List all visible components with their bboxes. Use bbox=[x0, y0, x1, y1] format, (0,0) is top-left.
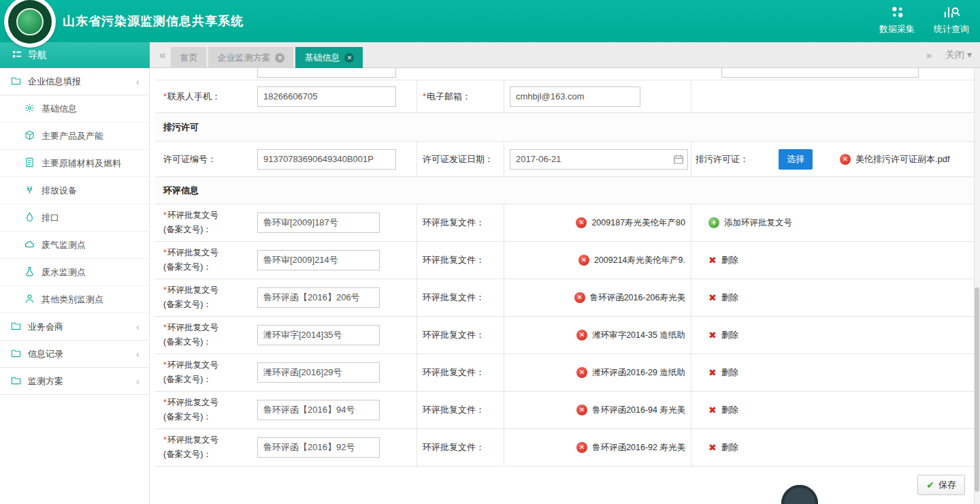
eia-row: *环评批复文号 (备案文号)： 环评批复文件： ✕ 2009214寿光美伦年产9… bbox=[155, 242, 975, 279]
eia-doc-input[interactable] bbox=[257, 362, 380, 383]
eia-file-cell: ✕ 2009214寿光美伦年产9. bbox=[504, 242, 691, 279]
eia-row: *环评批复文号 (备案文号)： 环评批复文件： ✕ 潍环评函2016-29 造纸… bbox=[155, 354, 975, 392]
remove-file-icon[interactable]: ✕ bbox=[578, 255, 589, 266]
email-label: *电子邮箱： bbox=[423, 91, 471, 103]
delete-icon[interactable]: ✖ bbox=[708, 292, 717, 303]
permit-file-name: 美伦排污许可证副本.pdf bbox=[855, 153, 950, 166]
delete-link[interactable]: 删除 bbox=[721, 255, 738, 266]
app-title: 山东省污染源监测信息共享系统 bbox=[63, 0, 244, 42]
remove-file-icon[interactable]: ✕ bbox=[574, 292, 585, 303]
sidebar-nav: 企业信息填报 ‹ 基础信息 主要产品及产能 主要原辅材料及燃料 排放设备 排口 … bbox=[0, 68, 150, 504]
delete-link[interactable]: 删除 bbox=[721, 292, 738, 304]
sidebar-item-gas-monitoring[interactable]: 废气监测点 bbox=[0, 232, 149, 259]
data-collection-button[interactable]: 数据采集 bbox=[879, 5, 915, 35]
delete-icon[interactable]: ✖ bbox=[708, 405, 717, 415]
calendar-icon[interactable] bbox=[673, 154, 684, 165]
scrollbar-thumb[interactable] bbox=[975, 287, 979, 492]
remove-file-icon[interactable]: ✕ bbox=[576, 405, 587, 415]
email-input[interactable] bbox=[510, 86, 640, 107]
delete-link[interactable]: 删除 bbox=[721, 367, 738, 379]
sidebar-item-outlet[interactable]: 排口 bbox=[0, 204, 149, 232]
sidebar-item-label: 其他类别监测点 bbox=[42, 294, 103, 306]
sidebar-item-other-monitoring[interactable]: 其他类别监测点 bbox=[0, 286, 149, 313]
stats-query-button[interactable]: 统计查询 bbox=[934, 5, 969, 35]
eia-file-label: 环评批复文件： bbox=[423, 254, 485, 266]
delete-icon[interactable]: ✖ bbox=[708, 367, 717, 378]
remove-file-icon[interactable]: ✕ bbox=[576, 330, 587, 341]
save-row: ✔ 保存 bbox=[155, 467, 975, 504]
sidebar-item-label: 排放设备 bbox=[42, 185, 77, 197]
tabs-scroll-left-icon[interactable]: « bbox=[159, 48, 165, 62]
contact-row: *联系人手机： *电子邮箱： bbox=[155, 80, 975, 113]
phone-cell: *联系人手机： bbox=[155, 80, 416, 112]
tabs-scroll-right-icon[interactable]: » bbox=[926, 50, 932, 61]
sidebar-item-water-monitoring[interactable]: 废水监测点 bbox=[0, 259, 149, 286]
chevron-icon: ‹ bbox=[136, 76, 140, 87]
top-header: 山东省污染源监测信息共享系统 数据采集 统计查询 bbox=[0, 0, 980, 42]
select-file-button[interactable]: 选择 bbox=[779, 149, 813, 170]
eia-doc-input[interactable] bbox=[257, 437, 380, 458]
eia-doc-input[interactable] bbox=[257, 287, 380, 308]
eia-file-label-cell: 环评批复文件： bbox=[416, 204, 504, 241]
eia-doc-input[interactable] bbox=[257, 212, 380, 233]
eia-doc-label: *环评批复文号 (备案文号)： bbox=[163, 433, 257, 461]
remove-file-icon[interactable]: ✕ bbox=[576, 367, 587, 378]
issue-date-label: 许可证发证日期： bbox=[423, 153, 493, 166]
add-eia-link[interactable]: 添加环评批复文号 bbox=[724, 217, 792, 229]
eia-file-cell: ✕ 潍环评函2016-29 造纸助 bbox=[504, 354, 691, 391]
eia-action-cell: ✖ 删除 bbox=[691, 354, 975, 391]
sidebar-item-products[interactable]: 主要产品及产能 bbox=[0, 123, 149, 150]
sidebar-item-emission-equipment[interactable]: 排放设备 bbox=[0, 177, 149, 204]
save-button-label: 保存 bbox=[938, 479, 956, 491]
sidebar-item-raw-materials[interactable]: 主要原辅材料及燃料 bbox=[0, 150, 149, 177]
close-tabs-dropdown[interactable]: 关闭 ▾ bbox=[945, 49, 972, 61]
eia-file-cell: ✕ 鲁环评函2016-94 寿光美 bbox=[504, 392, 691, 428]
license-input[interactable] bbox=[257, 149, 396, 170]
tab-basic-info[interactable]: 基础信息 ✕ bbox=[295, 47, 363, 68]
delete-link[interactable]: 删除 bbox=[721, 442, 738, 454]
permit-section-title: 排污许可 bbox=[155, 113, 975, 142]
cropped-input[interactable] bbox=[721, 68, 919, 78]
eia-action-cell: + 添加环评批复文号 bbox=[691, 204, 975, 241]
sidebar-group-monitoring-plan[interactable]: 监测方案 ‹ bbox=[0, 368, 149, 395]
remove-file-icon[interactable]: ✕ bbox=[840, 154, 851, 165]
sidebar-group-enterprise-info[interactable]: 企业信息填报 ‹ bbox=[0, 68, 149, 95]
eia-action-cell: ✖ 删除 bbox=[691, 279, 975, 316]
chevron-icon: ‹ bbox=[136, 348, 140, 360]
eia-doc-input[interactable] bbox=[257, 400, 380, 420]
eia-file-label: 环评批复文件： bbox=[423, 366, 485, 379]
license-label: 许可证编号： bbox=[163, 153, 257, 166]
sidebar-item-basic-info[interactable]: 基础信息 bbox=[0, 95, 149, 123]
delete-icon[interactable]: ✖ bbox=[708, 255, 717, 266]
tab-home[interactable]: 首页 bbox=[171, 47, 206, 68]
eia-file-name: 鲁环评函2016-92 寿光美 bbox=[592, 442, 685, 454]
delete-link[interactable]: 删除 bbox=[721, 405, 738, 416]
sidebar-group-label: 信息记录 bbox=[28, 348, 63, 360]
eia-file-cell: ✕ 2009187寿光美伦年产80 bbox=[504, 204, 691, 241]
eia-doc-input[interactable] bbox=[257, 325, 380, 345]
phone-input[interactable] bbox=[257, 86, 396, 107]
sidebar-item-label: 基础信息 bbox=[42, 103, 77, 115]
eia-file-label-cell: 环评批复文件： bbox=[416, 279, 504, 316]
cropped-input[interactable] bbox=[257, 68, 396, 78]
sidebar-group-business[interactable]: 业务会商 ‹ bbox=[0, 313, 149, 341]
delete-link[interactable]: 删除 bbox=[721, 330, 738, 341]
tab-close-icon[interactable]: ✕ bbox=[275, 53, 284, 63]
tab-home-label: 首页 bbox=[180, 52, 197, 64]
remove-file-icon[interactable]: ✕ bbox=[576, 217, 587, 228]
delete-icon[interactable]: ✖ bbox=[708, 442, 717, 453]
issue-date-input[interactable] bbox=[510, 149, 688, 170]
eia-file-label-cell: 环评批复文件： bbox=[416, 354, 504, 391]
delete-icon[interactable]: ✖ bbox=[708, 330, 717, 341]
tab-close-icon[interactable]: ✕ bbox=[344, 53, 354, 63]
tab-enterprise-plan[interactable]: 企业监测方案 ✕ bbox=[208, 47, 293, 68]
eia-doc-input[interactable] bbox=[257, 250, 380, 270]
permit-file-label: 排污许可证： bbox=[696, 153, 779, 166]
eia-file-label-cell: 环评批复文件： bbox=[416, 429, 504, 466]
eia-doc-label: *环评批复文号 (备案文号)： bbox=[163, 246, 257, 274]
add-icon[interactable]: + bbox=[708, 217, 719, 228]
eia-doc-cell: *环评批复文号 (备案文号)： bbox=[155, 354, 416, 391]
save-button[interactable]: ✔ 保存 bbox=[917, 475, 965, 495]
remove-file-icon[interactable]: ✕ bbox=[576, 442, 587, 453]
sidebar-group-records[interactable]: 信息记录 ‹ bbox=[0, 341, 149, 368]
